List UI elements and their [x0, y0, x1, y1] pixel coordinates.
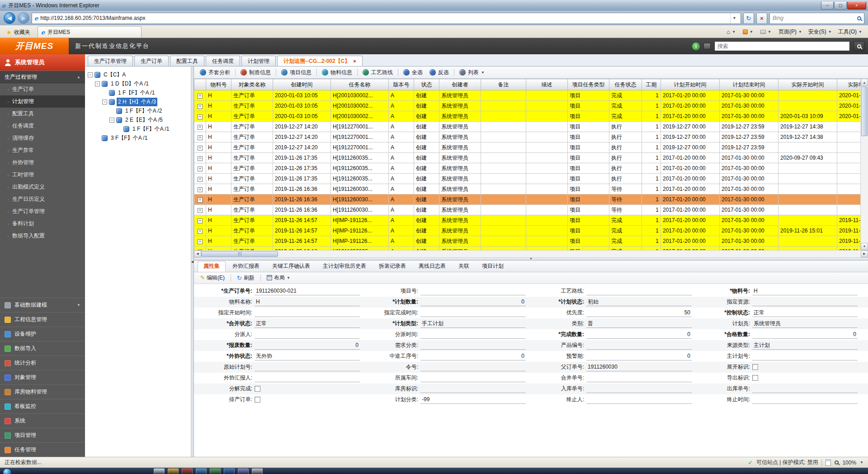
- field-value[interactable]: 1911260030: [586, 363, 692, 371]
- command-button[interactable]: 页面(P)▼: [775, 26, 805, 37]
- tree-expander-icon[interactable]: −: [88, 72, 93, 77]
- field-value[interactable]: 无外协: [255, 352, 360, 360]
- row-expander-icon[interactable]: +: [198, 187, 203, 192]
- table-row[interactable]: +H生产订单2020-01-03 10:05H[2001030002...A创建…: [194, 111, 861, 122]
- column-header[interactable]: 描述: [526, 79, 568, 90]
- sidebar-item[interactable]: 备料计划: [0, 218, 85, 230]
- manufacturing-info-button[interactable]: 制造信息: [237, 68, 274, 77]
- notification-icon[interactable]: [703, 43, 711, 49]
- column-header[interactable]: 计划开始时间: [661, 79, 720, 90]
- field-value[interactable]: 主计划: [752, 341, 858, 350]
- taskbar-app-4[interactable]: [196, 468, 207, 474]
- column-header[interactable]: [194, 79, 206, 90]
- address-field[interactable]: e http://192.168.60.205:7013/Mainframe.a…: [32, 13, 741, 24]
- table-row[interactable]: +H生产订单2019-11-26 17:35H[1911260035...A创建…: [194, 174, 861, 184]
- table-row[interactable]: +H生产订单2020-01-03 10:05H[2001030002...A创建…: [194, 101, 861, 111]
- tab-active[interactable]: 计划追溯--CG...2-002【C】×: [277, 56, 363, 66]
- row-expander-icon[interactable]: +: [198, 156, 203, 161]
- field-value[interactable]: 0: [586, 352, 692, 360]
- table-row[interactable]: +H生产订单2019-11-25 16:18H[1911250005...A创建…: [194, 246, 861, 250]
- start-button[interactable]: [3, 468, 12, 474]
- table-row[interactable]: +H生产订单2020-01-03 10:05H[2001030002...A创建…: [194, 90, 861, 101]
- app-search-button[interactable]: [854, 41, 864, 51]
- taskbar-app-2[interactable]: [168, 468, 179, 474]
- vertical-scroll-thumb[interactable]: [861, 86, 868, 136]
- scroll-right-icon[interactable]: ▶: [861, 251, 868, 257]
- bing-search-box[interactable]: Bing: [769, 13, 864, 24]
- field-value[interactable]: H: [255, 298, 360, 306]
- row-expander-icon[interactable]: +: [198, 198, 203, 203]
- favorites-button[interactable]: ★ 收藏夹: [3, 27, 34, 38]
- tree-expander-icon[interactable]: −: [109, 118, 114, 123]
- close-tab-icon[interactable]: ×: [353, 58, 356, 64]
- taskbar-app-7[interactable]: [238, 468, 249, 474]
- field-value[interactable]: [586, 374, 692, 382]
- field-value[interactable]: [255, 309, 360, 317]
- home-button[interactable]: ⌂▼: [723, 26, 739, 37]
- tree-node[interactable]: −C【C】A: [86, 70, 190, 79]
- field-value[interactable]: [255, 363, 360, 371]
- vertical-scrollbar[interactable]: ▲ ▼: [860, 79, 868, 250]
- list-view-button[interactable]: 列表▼: [456, 68, 488, 77]
- sidebar-module[interactable]: 对象管理: [0, 370, 85, 384]
- zoom-icon[interactable]: [835, 460, 839, 465]
- taskbar-app-8[interactable]: [252, 468, 263, 474]
- layout-button[interactable]: 布局 ▼: [264, 273, 293, 283]
- sidebar-item[interactable]: 配置工具: [0, 108, 85, 120]
- checkbox[interactable]: [255, 386, 260, 392]
- minimize-button[interactable]: –: [821, 2, 834, 9]
- column-header[interactable]: 计划结束时间: [720, 79, 778, 90]
- print-button[interactable]: ▼: [757, 26, 774, 37]
- field-value[interactable]: [752, 352, 858, 360]
- table-row[interactable]: +H生产订单2019-11-26 14:57H[IMP-191126...A创建…: [194, 215, 861, 226]
- column-header[interactable]: 工期: [642, 79, 661, 90]
- row-expander-icon[interactable]: +: [198, 94, 203, 99]
- detail-tab[interactable]: 关联: [453, 261, 475, 272]
- detail-tab[interactable]: 项目计划: [476, 261, 509, 272]
- table-row[interactable]: +H生产订单2019-12-27 14:20H[1912270001...A创建…: [194, 142, 861, 153]
- sidebar-section-header[interactable]: 生产过程管理 ▲: [0, 71, 85, 83]
- field-value[interactable]: [420, 374, 526, 382]
- column-header[interactable]: 实际结束时间: [837, 79, 861, 90]
- sidebar-item[interactable]: 外协管理: [0, 156, 85, 169]
- sidebar-module[interactable]: 基础数据建模▼: [0, 298, 85, 312]
- chevron-down-icon[interactable]: ▼: [860, 460, 863, 465]
- field-value[interactable]: [255, 331, 360, 339]
- zoom-level[interactable]: 100%: [842, 460, 856, 466]
- table-row[interactable]: +H生产订单2019-11-26 17:35H[1911260035...A创建…: [194, 163, 861, 174]
- field-value[interactable]: [752, 396, 858, 404]
- tree-node[interactable]: 3 F【F】个A /1: [86, 133, 190, 142]
- kit-analysis-button[interactable]: 齐套分析: [197, 68, 233, 77]
- sidebar-module[interactable]: 数据导入: [0, 341, 85, 356]
- field-value[interactable]: [420, 363, 526, 371]
- scroll-up-icon[interactable]: ▲: [861, 79, 868, 86]
- field-value[interactable]: [586, 341, 692, 350]
- command-button[interactable]: 工具(O)▼: [835, 26, 865, 37]
- field-value[interactable]: H: [752, 287, 858, 295]
- field-value[interactable]: 正常: [255, 320, 360, 328]
- sidebar-module[interactable]: 任务管理: [0, 442, 85, 457]
- main-tab[interactable]: 生产订单管理: [88, 56, 133, 66]
- sidebar-module[interactable]: 系统: [0, 413, 85, 428]
- field-value[interactable]: 0: [420, 298, 526, 306]
- field-value[interactable]: -99: [420, 396, 526, 404]
- column-header[interactable]: 创建时间: [273, 79, 331, 90]
- maximize-button[interactable]: ▢: [834, 2, 847, 9]
- column-header[interactable]: 任务名称: [331, 79, 389, 90]
- material-info-button[interactable]: 物料信息: [319, 68, 355, 77]
- forward-button[interactable]: ▶: [18, 12, 29, 24]
- sidebar-item[interactable]: 生产订单: [0, 83, 85, 95]
- detail-tab[interactable]: 关键工序确认表: [266, 261, 316, 272]
- field-value[interactable]: 1911260030-021: [255, 287, 360, 295]
- main-tab[interactable]: 配置工具: [170, 56, 204, 66]
- horizontal-scrollbar[interactable]: ◀ ▶: [194, 250, 868, 257]
- field-value[interactable]: 普: [586, 320, 692, 328]
- select-all-button[interactable]: 全选: [400, 68, 426, 77]
- sidebar-item[interactable]: 数据导入配置: [0, 230, 85, 242]
- close-button[interactable]: ×: [847, 2, 866, 9]
- command-button[interactable]: 安全(S)▼: [805, 26, 835, 37]
- sidebar-module[interactable]: 设备维护: [0, 327, 85, 341]
- column-header[interactable]: 项目任务类型: [568, 79, 609, 90]
- tree-node[interactable]: 1 F【F】个A /2: [86, 106, 190, 115]
- column-header[interactable]: 状态: [414, 79, 439, 90]
